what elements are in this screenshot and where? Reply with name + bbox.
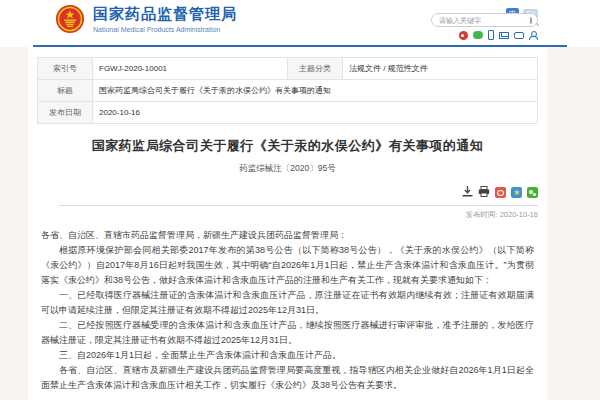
paragraph: 一、已经取得医疗器械注册证的含汞体温计和含汞血压计产品，原注册证在证书有效期内继… [41, 288, 534, 318]
info-value-category: 法规文件 / 规范性文件 [343, 58, 538, 80]
info-value-title: 国家药监局综合司关于履行《关于汞的水俣公约》有关事项的通知 [93, 80, 538, 102]
paragraph: 各省、自治区、直辖市及新疆生产建设兵团药品监督管理局要高度重视，指导辖区内相关企… [41, 363, 534, 393]
brand-text: 国家药品监督管理局 National Medical Products Admi… [93, 5, 237, 33]
user-icon[interactable] [529, 31, 538, 40]
info-value-index: FGWJ-2020-10001 [93, 58, 288, 80]
share-qzone-icon[interactable]: ★ [511, 187, 522, 198]
doc-number: 药监综械注〔2020〕95号 [37, 163, 538, 175]
content-panel: 索引号 FGWJ-2020-10001 主题分类 法规文件 / 规范性文件 标题… [28, 47, 547, 400]
toolbar-divider [59, 205, 538, 206]
print-icon[interactable] [478, 183, 490, 201]
share-wechat-icon[interactable] [527, 187, 538, 198]
salutation: 各省、自治区、直辖市药品监督管理局，新疆生产建设兵团药品监督管理局： [41, 228, 534, 243]
table-row: 发布日期 2020-10-16 [38, 102, 538, 124]
document-info-table: 索引号 FGWJ-2020-10001 主题分类 法规文件 / 规范性文件 标题… [37, 57, 538, 124]
site-header: 国家药品监督管理局 National Medical Products Admi… [0, 0, 600, 47]
info-label-date: 发布日期 [38, 102, 93, 124]
download-icon[interactable] [462, 183, 473, 201]
info-value-date: 2020-10-16 [93, 102, 538, 124]
message-icon[interactable] [514, 32, 524, 39]
weibo-icon[interactable] [459, 31, 468, 40]
info-label-category: 主题分类 [288, 58, 343, 80]
article-toolbar: ★ [37, 183, 538, 201]
mobile-icon[interactable] [488, 30, 494, 40]
header-quick-links [454, 30, 538, 40]
national-emblem-icon [55, 4, 85, 34]
site-logo-link[interactable]: 国家药品监督管理局 National Medical Products Admi… [55, 4, 237, 34]
page-title: 国家药监局综合司关于履行《关于汞的水俣公约》有关事项的通知 [37, 137, 538, 155]
search-icon[interactable] [530, 17, 532, 24]
publish-time: 发布时间: 2020-10-16 [37, 210, 538, 220]
share-weibo-icon[interactable] [495, 187, 506, 198]
paragraph: 根据原环境保护部会同相关部委2017年发布的第38号公告（以下简称38号公告），… [41, 243, 534, 288]
site-name-en: National Medical Products Administration [93, 26, 237, 33]
table-row: 标题 国家药监局综合司关于履行《关于汞的水俣公约》有关事项的通知 [38, 80, 538, 102]
paragraph: 二、已经按照医疗器械受理的含汞体温计和含汞血压计产品，继续按照医疗器械进行审评审… [41, 318, 534, 348]
info-label-index: 索引号 [38, 58, 93, 80]
table-row: 索引号 FGWJ-2020-10001 主题分类 法规文件 / 规范性文件 [38, 58, 538, 80]
info-label-title: 标题 [38, 80, 93, 102]
publish-time-label: 发布时间: [465, 210, 497, 219]
wechat-icon[interactable] [473, 31, 483, 39]
email-icon[interactable] [499, 32, 509, 39]
publish-time-value: 2020-10-16 [500, 210, 538, 219]
search-box[interactable] [431, 13, 538, 27]
search-input[interactable] [432, 17, 530, 24]
site-name: 国家药品监督管理局 [93, 5, 237, 24]
document-body: 各省、自治区、直辖市药品监督管理局，新疆生产建设兵团药品监督管理局： 根据原环境… [37, 228, 538, 393]
paragraph: 三、自2026年1月1日起，全面禁止生产含汞体温计和含汞血压计产品。 [41, 348, 534, 363]
